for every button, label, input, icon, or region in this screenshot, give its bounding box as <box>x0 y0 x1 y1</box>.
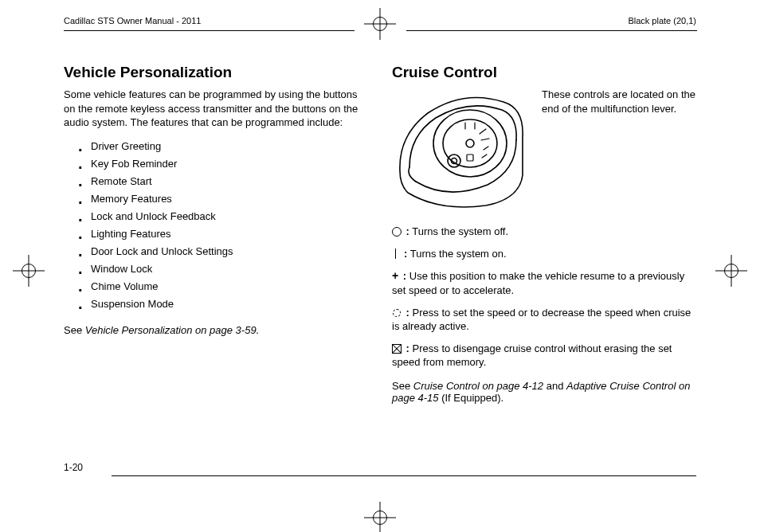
def-resume: + : Use this position to make the vehicl… <box>392 268 696 297</box>
off-icon <box>392 227 402 237</box>
registration-mark-bottom <box>364 502 396 532</box>
list-item: Window Lock <box>64 260 368 278</box>
plate-indicator: Black plate (20,1) <box>628 16 696 25</box>
set-icon <box>392 308 402 318</box>
vp-see-reference: See Vehicle Personalization on page 3-59… <box>64 324 368 336</box>
page-body: Vehicle Personalization Some vehicle fea… <box>64 64 696 468</box>
def-off-text: Turns the system off. <box>412 225 508 237</box>
cancel-icon <box>392 344 402 354</box>
see-ref: Vehicle Personalization on page 3-59. <box>85 324 260 336</box>
header-rule-left <box>64 30 355 31</box>
see-prefix: See <box>392 380 413 392</box>
def-cancel: : Press to disengage cruise control with… <box>392 342 696 370</box>
list-item: Key Fob Reminder <box>64 155 368 173</box>
svg-point-3 <box>448 155 460 167</box>
cruise-location-note: These controls are located on the end of… <box>542 88 696 115</box>
see-prefix: See <box>64 324 85 336</box>
vp-intro: Some vehicle features can be programmed … <box>64 88 368 130</box>
svg-point-2 <box>466 139 474 147</box>
see-suffix: (If Equipped). <box>439 392 504 404</box>
def-off: : Turns the system off. <box>392 225 696 239</box>
header-rule-right <box>406 30 697 31</box>
list-item: Chime Volume <box>64 278 368 295</box>
column-right: Cruise Control <box>392 64 696 468</box>
registration-mark-right <box>715 255 747 287</box>
list-item: Memory Features <box>64 190 368 208</box>
cruise-see-reference: See Cruise Control on page 4-12 and Adap… <box>392 380 696 404</box>
def-resume-text: Use this position to make the vehicle re… <box>392 270 684 296</box>
def-set-text: Press to set the speed or to decrease th… <box>392 307 691 333</box>
list-item: Driver Greeting <box>64 138 368 155</box>
cruise-lever-illustration <box>392 88 527 213</box>
see-mid: and <box>543 380 566 392</box>
footer-rule <box>112 475 696 477</box>
print-header: Cadillac STS Owner Manual - 2011 Black p… <box>64 16 696 32</box>
list-item: Door Lock and Unlock Settings <box>64 243 368 260</box>
registration-mark-left <box>13 255 45 287</box>
see-ref-1: Cruise Control on page 4-12 <box>413 380 543 392</box>
def-cancel-text: Press to disengage cruise control withou… <box>392 342 672 369</box>
def-on: : Turns the system on. <box>392 247 696 261</box>
def-set: : Press to set the speed or to decrease … <box>392 306 696 334</box>
def-on-text: Turns the system on. <box>410 248 507 260</box>
heading-cruise-control: Cruise Control <box>392 64 696 81</box>
vp-feature-list: Driver Greeting Key Fob Reminder Remote … <box>64 138 368 314</box>
list-item: Remote Start <box>64 173 368 190</box>
plus-icon: + <box>392 268 398 284</box>
svg-rect-5 <box>467 155 473 161</box>
column-left: Vehicle Personalization Some vehicle fea… <box>64 64 368 468</box>
on-icon <box>395 248 399 259</box>
heading-vehicle-personalization: Vehicle Personalization <box>64 64 368 81</box>
list-item: Lighting Features <box>64 225 368 243</box>
page-number: 1-20 <box>64 462 83 473</box>
list-item: Suspension Mode <box>64 295 368 313</box>
doc-title: Cadillac STS Owner Manual - 2011 <box>64 16 201 25</box>
list-item: Lock and Unlock Feedback <box>64 208 368 225</box>
